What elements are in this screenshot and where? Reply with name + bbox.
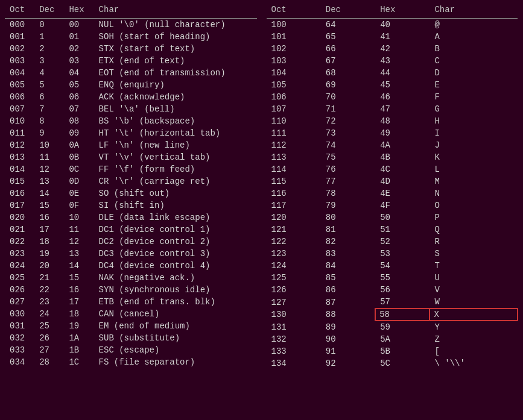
table-cell: F <box>429 91 518 103</box>
table-cell: Y <box>429 321 518 333</box>
table-cell: 56 <box>375 284 429 296</box>
table-row: 1077147G <box>267 103 518 115</box>
table-cell: 12 <box>34 163 64 175</box>
table-cell: D <box>429 67 518 79</box>
table-cell: G <box>429 103 518 115</box>
table-cell: P <box>429 212 518 224</box>
table-cell: 034 <box>5 356 34 368</box>
table-cell: 017 <box>5 199 34 212</box>
table-cell: 7 <box>34 103 64 115</box>
table-row: 1268656V <box>267 284 518 296</box>
table-cell: J <box>429 139 518 151</box>
table-cell: C <box>429 55 518 67</box>
table-row: 1238353S <box>267 248 518 260</box>
table-cell: 72 <box>321 115 375 127</box>
table-cell: 16 <box>34 212 64 224</box>
table-cell: DLE (data link escape) <box>94 212 257 224</box>
table-cell: 5A <box>375 333 429 345</box>
table-row: 0272317ETB (end of trans. blk) <box>5 296 257 308</box>
ascii-table: Oct Dec Hex Char 000000NUL '\0' (null ch… <box>0 0 523 369</box>
table-cell: 107 <box>267 103 321 115</box>
table-row: 0312519EM (end of medium) <box>5 320 257 332</box>
table-cell: Q <box>429 224 518 236</box>
table-cell: [ <box>429 345 518 357</box>
right-header-char: Char <box>429 4 518 19</box>
table-cell: STX (start of text) <box>94 43 257 55</box>
right-header-dec: Dec <box>321 4 375 19</box>
table-row: 1318959Y <box>267 321 518 333</box>
table-row: 1046844D <box>267 67 518 79</box>
table-cell: 113 <box>267 151 321 163</box>
table-cell: 4 <box>34 67 64 79</box>
table-cell: 11 <box>64 224 94 236</box>
table-cell: T <box>429 260 518 272</box>
table-cell: 20 <box>34 260 64 272</box>
table-cell: M <box>429 175 518 187</box>
table-cell: 126 <box>267 284 321 296</box>
table-cell: 104 <box>267 67 321 79</box>
table-cell: E <box>429 79 518 91</box>
table-cell: ETB (end of trans. blk) <box>94 296 257 308</box>
table-cell: N <box>429 187 518 199</box>
table-cell: 19 <box>34 248 64 260</box>
table-cell: DC1 (device control 1) <box>94 224 257 236</box>
table-cell: V <box>429 284 518 296</box>
table-row: 114764CL <box>267 163 518 175</box>
table-cell: 032 <box>5 332 34 344</box>
table-cell: 134 <box>267 357 321 369</box>
table-cell: 103 <box>267 55 321 67</box>
right-table: Oct Dec Hex Char 1006440@1016541A1026642… <box>267 4 519 369</box>
table-cell: 48 <box>375 115 429 127</box>
table-cell: 5 <box>34 79 64 91</box>
table-cell: 12 <box>64 236 94 248</box>
table-cell: 08 <box>64 115 94 127</box>
table-cell: 6 <box>34 91 64 103</box>
table-row: 006606ACK (acknowledge) <box>5 91 257 103</box>
table-cell: CAN (cancel) <box>94 308 257 320</box>
left-table: Oct Dec Hex Char 000000NUL '\0' (null ch… <box>5 4 257 368</box>
table-cell: 19 <box>64 320 94 332</box>
table-cell: 026 <box>5 284 34 296</box>
table-row: 007707BEL '\a' (bell) <box>5 103 257 115</box>
table-row: 032261ASUB (substitute) <box>5 332 257 344</box>
table-cell: 49 <box>375 127 429 139</box>
table-cell: ENQ (enquiry) <box>94 79 257 91</box>
table-cell: 127 <box>267 296 321 309</box>
table-cell: 015 <box>5 175 34 187</box>
table-row: 133915B[ <box>267 345 518 357</box>
table-row: 1218151Q <box>267 224 518 236</box>
table-cell: 05 <box>64 79 94 91</box>
table-cell: 102 <box>267 43 321 55</box>
table-row: 1248454T <box>267 260 518 272</box>
table-row: 0221812DC2 (device control 2) <box>5 236 257 248</box>
table-cell: 007 <box>5 103 34 115</box>
table-cell: ETX (end of text) <box>94 55 257 67</box>
table-row: 1026642B <box>267 43 518 55</box>
table-cell: 79 <box>321 199 375 212</box>
table-cell: CR '\r' (carriage ret) <box>94 175 257 187</box>
table-cell: 8 <box>34 115 64 127</box>
table-cell: 70 <box>321 91 375 103</box>
table-cell: 3 <box>34 55 64 67</box>
table-cell: 4F <box>375 199 429 212</box>
table-cell: 78 <box>321 187 375 199</box>
table-cell: 24 <box>34 308 64 320</box>
table-cell: 82 <box>321 236 375 248</box>
table-cell: 18 <box>34 236 64 248</box>
table-cell: 47 <box>375 103 429 115</box>
table-cell: 0C <box>64 163 94 175</box>
table-cell: FF '\f' (form feed) <box>94 163 257 175</box>
table-cell: 06 <box>64 91 94 103</box>
table-cell: DC2 (device control 2) <box>94 236 257 248</box>
table-cell: BS '\b' (backspace) <box>94 115 257 127</box>
table-row: 132905AZ <box>267 333 518 345</box>
table-cell: 87 <box>321 296 375 309</box>
table-row: 002202STX (start of text) <box>5 43 257 55</box>
table-cell: 124 <box>267 260 321 272</box>
table-cell: 120 <box>267 212 321 224</box>
left-header-dec: Dec <box>34 4 64 19</box>
table-cell: 68 <box>321 67 375 79</box>
table-row: 1228252R <box>267 236 518 248</box>
table-cell: 0F <box>64 199 94 212</box>
table-cell: 033 <box>5 344 34 356</box>
